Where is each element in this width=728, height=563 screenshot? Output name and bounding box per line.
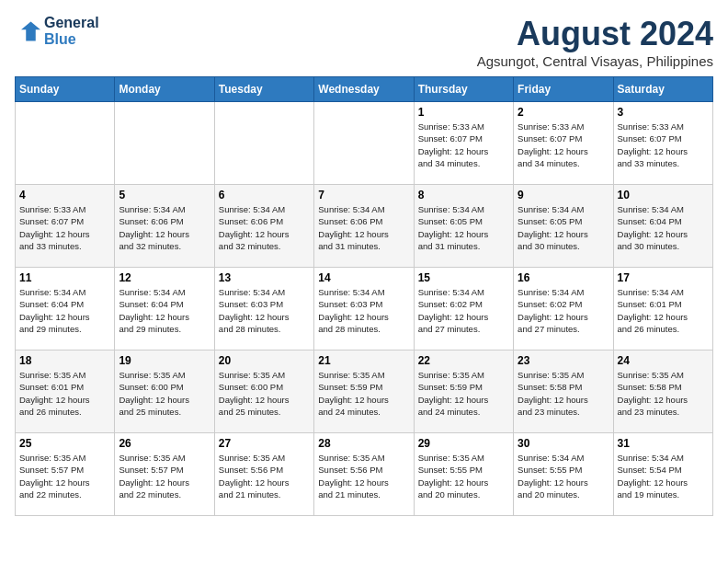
week-row-3: 11Sunrise: 5:34 AM Sunset: 6:04 PM Dayli…: [16, 268, 713, 350]
week-row-2: 4Sunrise: 5:33 AM Sunset: 6:07 PM Daylig…: [16, 185, 713, 268]
header-cell-friday: Friday: [514, 77, 613, 102]
day-info: Sunrise: 5:35 AM Sunset: 5:57 PM Dayligh…: [119, 452, 210, 500]
day-cell: 31Sunrise: 5:34 AM Sunset: 5:54 PM Dayli…: [613, 433, 712, 516]
day-cell: 14Sunrise: 5:34 AM Sunset: 6:03 PM Dayli…: [314, 268, 414, 350]
main-title: August 2024: [477, 15, 713, 53]
day-cell: 15Sunrise: 5:34 AM Sunset: 6:02 PM Dayli…: [414, 268, 513, 350]
calendar-body: 1Sunrise: 5:33 AM Sunset: 6:07 PM Daylig…: [16, 102, 713, 516]
day-cell: 30Sunrise: 5:34 AM Sunset: 5:55 PM Dayli…: [514, 433, 613, 516]
day-info: Sunrise: 5:34 AM Sunset: 6:02 PM Dayligh…: [418, 286, 509, 335]
day-cell: [115, 102, 214, 185]
day-cell: [314, 102, 414, 185]
day-number: 22: [418, 354, 509, 367]
day-number: 12: [119, 271, 210, 284]
day-cell: [214, 102, 313, 185]
logo-icon: [15, 18, 40, 44]
day-cell: 1Sunrise: 5:33 AM Sunset: 6:07 PM Daylig…: [414, 102, 513, 185]
header-cell-wednesday: Wednesday: [314, 77, 414, 102]
day-cell: 28Sunrise: 5:35 AM Sunset: 5:56 PM Dayli…: [314, 433, 414, 516]
day-number: 7: [318, 189, 409, 201]
day-number: 9: [518, 189, 609, 201]
day-cell: 20Sunrise: 5:35 AM Sunset: 6:00 PM Dayli…: [214, 350, 313, 433]
day-cell: 4Sunrise: 5:33 AM Sunset: 6:07 PM Daylig…: [16, 185, 115, 268]
day-info: Sunrise: 5:35 AM Sunset: 5:58 PM Dayligh…: [518, 369, 609, 418]
day-number: 24: [618, 354, 709, 367]
day-info: Sunrise: 5:33 AM Sunset: 6:07 PM Dayligh…: [19, 203, 110, 252]
day-info: Sunrise: 5:35 AM Sunset: 6:01 PM Dayligh…: [19, 369, 110, 418]
day-cell: 9Sunrise: 5:34 AM Sunset: 6:05 PM Daylig…: [514, 185, 613, 268]
day-cell: 12Sunrise: 5:34 AM Sunset: 6:04 PM Dayli…: [115, 268, 214, 350]
day-cell: 24Sunrise: 5:35 AM Sunset: 5:58 PM Dayli…: [613, 350, 712, 433]
header-row: SundayMondayTuesdayWednesdayThursdayFrid…: [16, 77, 713, 102]
day-info: Sunrise: 5:34 AM Sunset: 6:05 PM Dayligh…: [518, 203, 609, 252]
day-cell: 23Sunrise: 5:35 AM Sunset: 5:58 PM Dayli…: [514, 350, 613, 433]
day-info: Sunrise: 5:34 AM Sunset: 6:04 PM Dayligh…: [19, 286, 110, 335]
day-info: Sunrise: 5:35 AM Sunset: 5:59 PM Dayligh…: [418, 369, 509, 418]
day-number: 29: [418, 437, 509, 450]
day-info: Sunrise: 5:34 AM Sunset: 6:04 PM Dayligh…: [618, 203, 709, 252]
day-number: 14: [318, 271, 409, 284]
day-cell: 26Sunrise: 5:35 AM Sunset: 5:57 PM Dayli…: [115, 433, 214, 516]
page-header: General Blue August 2024 Agsungot, Centr…: [15, 15, 713, 69]
day-cell: 7Sunrise: 5:34 AM Sunset: 6:06 PM Daylig…: [314, 185, 414, 268]
day-number: 6: [219, 189, 310, 201]
day-number: 31: [618, 437, 709, 450]
day-number: 26: [119, 437, 210, 450]
day-number: 1: [418, 106, 509, 119]
day-number: 15: [418, 271, 509, 284]
day-info: Sunrise: 5:34 AM Sunset: 6:06 PM Dayligh…: [318, 203, 409, 252]
day-cell: 8Sunrise: 5:34 AM Sunset: 6:05 PM Daylig…: [414, 185, 513, 268]
day-cell: 16Sunrise: 5:34 AM Sunset: 6:02 PM Dayli…: [514, 268, 613, 350]
header-cell-tuesday: Tuesday: [214, 77, 313, 102]
day-cell: 27Sunrise: 5:35 AM Sunset: 5:56 PM Dayli…: [214, 433, 313, 516]
day-info: Sunrise: 5:34 AM Sunset: 6:06 PM Dayligh…: [119, 203, 210, 252]
day-cell: 5Sunrise: 5:34 AM Sunset: 6:06 PM Daylig…: [115, 185, 214, 268]
day-info: Sunrise: 5:33 AM Sunset: 6:07 PM Dayligh…: [618, 121, 709, 169]
day-number: 4: [19, 189, 110, 201]
calendar-header: SundayMondayTuesdayWednesdayThursdayFrid…: [16, 77, 713, 102]
day-info: Sunrise: 5:34 AM Sunset: 6:03 PM Dayligh…: [318, 286, 409, 335]
day-cell: 3Sunrise: 5:33 AM Sunset: 6:07 PM Daylig…: [613, 102, 712, 185]
title-block: August 2024 Agsungot, Central Visayas, P…: [477, 15, 713, 69]
day-info: Sunrise: 5:35 AM Sunset: 5:57 PM Dayligh…: [19, 452, 110, 500]
day-number: 25: [19, 437, 110, 450]
day-info: Sunrise: 5:34 AM Sunset: 6:04 PM Dayligh…: [119, 286, 210, 335]
day-number: 17: [618, 271, 709, 284]
day-cell: 25Sunrise: 5:35 AM Sunset: 5:57 PM Dayli…: [16, 433, 115, 516]
day-info: Sunrise: 5:35 AM Sunset: 5:56 PM Dayligh…: [318, 452, 409, 500]
week-row-5: 25Sunrise: 5:35 AM Sunset: 5:57 PM Dayli…: [16, 433, 713, 516]
day-info: Sunrise: 5:34 AM Sunset: 6:03 PM Dayligh…: [219, 286, 310, 335]
day-number: 23: [518, 354, 609, 367]
day-cell: 10Sunrise: 5:34 AM Sunset: 6:04 PM Dayli…: [613, 185, 712, 268]
subtitle: Agsungot, Central Visayas, Philippines: [477, 53, 713, 69]
day-info: Sunrise: 5:33 AM Sunset: 6:07 PM Dayligh…: [418, 121, 509, 169]
day-number: 30: [518, 437, 609, 450]
day-cell: 29Sunrise: 5:35 AM Sunset: 5:55 PM Dayli…: [414, 433, 513, 516]
day-info: Sunrise: 5:35 AM Sunset: 5:56 PM Dayligh…: [219, 452, 310, 500]
day-info: Sunrise: 5:35 AM Sunset: 5:55 PM Dayligh…: [418, 452, 509, 500]
day-number: 27: [219, 437, 310, 450]
day-cell: 17Sunrise: 5:34 AM Sunset: 6:01 PM Dayli…: [613, 268, 712, 350]
day-cell: 18Sunrise: 5:35 AM Sunset: 6:01 PM Dayli…: [16, 350, 115, 433]
day-info: Sunrise: 5:35 AM Sunset: 5:58 PM Dayligh…: [618, 369, 709, 418]
day-number: 11: [19, 271, 110, 284]
header-cell-thursday: Thursday: [414, 77, 513, 102]
day-cell: 13Sunrise: 5:34 AM Sunset: 6:03 PM Dayli…: [214, 268, 313, 350]
header-cell-monday: Monday: [115, 77, 214, 102]
day-number: 8: [418, 189, 509, 201]
day-number: 21: [318, 354, 409, 367]
day-cell: 19Sunrise: 5:35 AM Sunset: 6:00 PM Dayli…: [115, 350, 214, 433]
day-cell: 11Sunrise: 5:34 AM Sunset: 6:04 PM Dayli…: [16, 268, 115, 350]
day-cell: 22Sunrise: 5:35 AM Sunset: 5:59 PM Dayli…: [414, 350, 513, 433]
svg-marker-0: [21, 22, 40, 41]
day-number: 19: [119, 354, 210, 367]
logo: General Blue: [15, 15, 99, 48]
day-number: 2: [518, 106, 609, 119]
day-info: Sunrise: 5:34 AM Sunset: 5:55 PM Dayligh…: [518, 452, 609, 500]
day-info: Sunrise: 5:35 AM Sunset: 5:59 PM Dayligh…: [318, 369, 409, 418]
day-number: 5: [119, 189, 210, 201]
day-info: Sunrise: 5:34 AM Sunset: 6:01 PM Dayligh…: [618, 286, 709, 335]
week-row-4: 18Sunrise: 5:35 AM Sunset: 6:01 PM Dayli…: [16, 350, 713, 433]
day-cell: 2Sunrise: 5:33 AM Sunset: 6:07 PM Daylig…: [514, 102, 613, 185]
day-number: 18: [19, 354, 110, 367]
